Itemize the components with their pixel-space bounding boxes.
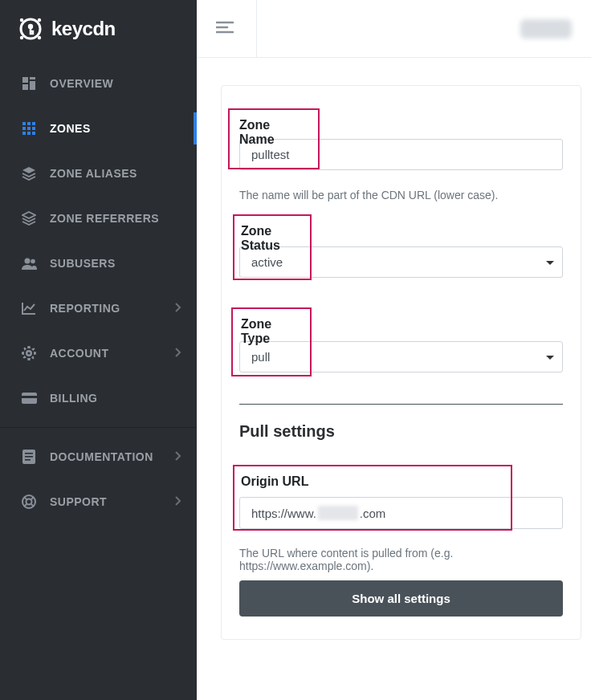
svg-point-3 [38, 18, 41, 22]
svg-rect-12 [32, 122, 35, 125]
zone-type-label: Zone Type [233, 309, 310, 354]
svg-point-2 [20, 18, 23, 22]
chevron-right-icon [174, 495, 181, 508]
layers-icon [21, 165, 37, 181]
zone-name-label: Zone Name [230, 110, 318, 155]
credit-card-icon [21, 390, 37, 406]
section-separator [239, 404, 563, 405]
svg-rect-7 [30, 77, 35, 79]
main: Zone Name The name will be part of the C… [197, 0, 591, 700]
svg-point-28 [26, 499, 32, 505]
svg-rect-15 [32, 127, 35, 130]
svg-rect-24 [25, 453, 33, 454]
svg-point-4 [20, 36, 23, 39]
sidebar-item-overview[interactable]: OVERVIEW [0, 61, 197, 106]
svg-point-20 [31, 258, 35, 263]
sidebar-item-label: ZONE REFERRERS [50, 212, 159, 225]
field-zone-status: Zone Status active [239, 214, 563, 280]
gear-icon [21, 345, 37, 361]
sidebar-item-label: BILLING [50, 392, 98, 405]
chevron-right-icon [174, 450, 181, 463]
sidebar-item-zone-referrers[interactable]: ZONE REFERRERS [0, 196, 197, 241]
svg-rect-10 [22, 122, 26, 125]
sidebar-item-label: ACCOUNT [50, 347, 109, 360]
menu-toggle-icon[interactable] [216, 21, 234, 37]
zone-form-card: Zone Name The name will be part of the C… [221, 85, 581, 640]
zone-status-label: Zone Status [234, 216, 310, 261]
content: Zone Name The name will be part of the C… [197, 58, 591, 656]
nav-primary: OVERVIEW ZONES ZONE ALIASES ZONE REFERRE… [0, 61, 197, 428]
svg-rect-17 [27, 132, 31, 135]
svg-point-5 [38, 36, 41, 39]
show-all-settings-button[interactable]: Show all settings [239, 580, 563, 617]
sidebar-item-zones[interactable]: ZONES [0, 106, 197, 151]
keycdn-logo-icon [16, 14, 45, 43]
topbar [197, 0, 591, 58]
svg-rect-18 [32, 132, 35, 135]
brand-name: keycdn [51, 18, 116, 40]
sidebar-item-label: ZONE ALIASES [50, 167, 137, 180]
sidebar-item-label: SUBUSERS [50, 257, 116, 270]
origin-url-help: The URL where content is pulled from (e.… [239, 547, 480, 572]
svg-rect-25 [25, 456, 33, 458]
zone-name-help: The name will be part of the CDN URL (lo… [239, 189, 498, 201]
chevron-right-icon [174, 302, 181, 315]
sidebar-item-label: REPORTING [50, 302, 120, 315]
lifebuoy-icon [21, 494, 37, 510]
sidebar-item-zone-aliases[interactable]: ZONE ALIASES [0, 151, 197, 196]
sidebar-item-billing[interactable]: BILLING [0, 376, 197, 421]
svg-rect-26 [25, 459, 31, 461]
sidebar-item-documentation[interactable]: DOCUMENTATION [0, 434, 197, 479]
pull-settings-heading: Pull settings [239, 422, 563, 441]
sidebar-item-account[interactable]: ACCOUNT [0, 331, 197, 376]
brand-logo[interactable]: keycdn [0, 0, 197, 61]
dashboard-icon [21, 75, 37, 92]
svg-point-19 [24, 258, 30, 263]
chart-icon [21, 300, 37, 316]
grid-icon [21, 120, 37, 136]
sidebar-item-label: DOCUMENTATION [50, 450, 153, 463]
field-zone-type: Zone Type pull [239, 307, 563, 376]
svg-rect-6 [22, 77, 28, 83]
users-icon [21, 255, 37, 271]
sidebar: keycdn OVERVIEW ZONES ZONE ALIASES ZONE … [0, 0, 197, 700]
svg-rect-9 [22, 84, 28, 90]
user-badge-redacted [520, 19, 572, 39]
layers-outline-icon [21, 210, 37, 226]
sidebar-item-label: ZONES [50, 122, 91, 135]
svg-rect-22 [22, 396, 37, 398]
sidebar-item-label: OVERVIEW [50, 77, 113, 90]
sidebar-item-subusers[interactable]: SUBUSERS [0, 241, 197, 286]
origin-url-label: Origin URL [234, 466, 511, 497]
sidebar-item-reporting[interactable]: REPORTING [0, 286, 197, 331]
nav-secondary: DOCUMENTATION SUPPORT [0, 434, 197, 524]
separator [256, 0, 257, 58]
field-zone-name: Zone Name The name will be part of the C… [239, 108, 563, 174]
svg-rect-11 [27, 122, 31, 125]
svg-rect-16 [22, 132, 26, 135]
svg-rect-13 [22, 127, 26, 130]
svg-rect-14 [27, 127, 31, 130]
chevron-right-icon [174, 347, 181, 360]
sidebar-item-label: SUPPORT [50, 495, 107, 508]
field-origin-url: Origin URL https://www. .com The URL whe… [239, 465, 563, 531]
svg-rect-8 [30, 81, 35, 90]
sidebar-item-support[interactable]: SUPPORT [0, 479, 197, 524]
document-icon [21, 449, 37, 465]
